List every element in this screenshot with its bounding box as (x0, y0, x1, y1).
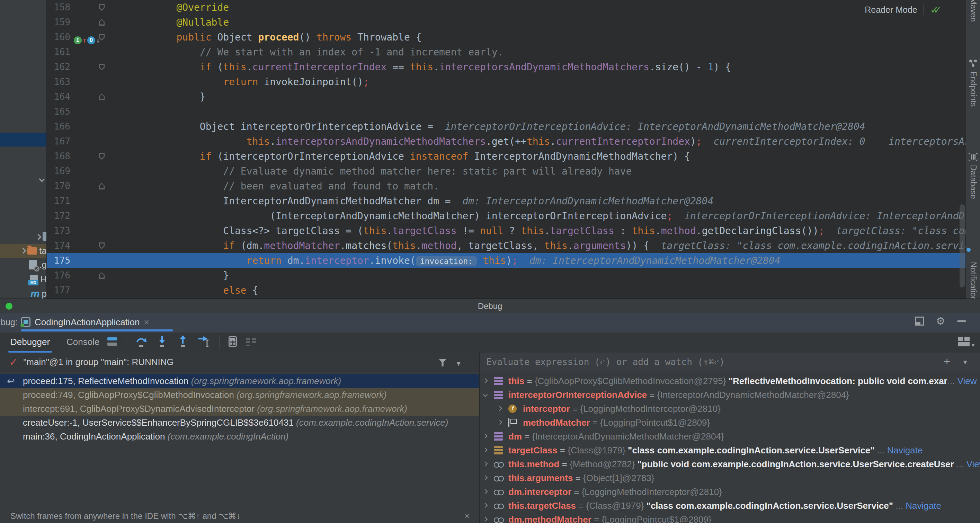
code-line[interactable]: 172 (InterceptorAndDynamicMethodMatcher)… (47, 209, 966, 223)
code-line[interactable]: 176 } (47, 268, 966, 283)
variables-pane[interactable]: Evaluate expression (⏎) or add a watch (… (480, 352, 980, 523)
code-line[interactable]: 165 (47, 104, 966, 119)
fold-marker-icon[interactable] (99, 94, 105, 100)
variable-row[interactable]: this = {CglibAopProxy$CglibMethodInvocat… (480, 374, 980, 388)
step-over-icon[interactable] (135, 335, 147, 348)
line-number[interactable]: 166 (47, 119, 70, 134)
overridden-marker-icon[interactable]: O (87, 37, 95, 44)
project-expanded-node[interactable] (0, 172, 47, 186)
code-line[interactable]: 167 this.interceptorsAndDynamicMethodMat… (47, 134, 966, 149)
line-number[interactable]: 176 (47, 268, 70, 283)
editor-scrollbar[interactable] (959, 204, 965, 287)
code-lines-container[interactable]: 158 @Override159 @Nullable160I↑O↓ public… (47, 0, 966, 298)
project-folder-target-row[interactable]: ta (0, 244, 47, 258)
variable-row[interactable]: this.targetClass = {Class@1979} "class c… (480, 499, 980, 513)
line-number[interactable]: 169 (47, 164, 70, 179)
thread-selector[interactable]: ✓ "main"@1 in group "main": RUNNING ▼ (0, 352, 480, 372)
chevron-right-icon[interactable] (497, 406, 502, 411)
fold-marker-icon[interactable] (99, 183, 105, 190)
code-line[interactable]: 163 return invokeJoinpoint(); (47, 75, 966, 89)
tab-debugger[interactable]: Debugger (10, 333, 50, 352)
reader-mode-widget[interactable]: Reader Mode ✓✓ (865, 3, 942, 17)
chevron-down-icon[interactable]: ▼ (455, 360, 461, 367)
code-line[interactable]: 171 InterceptorAndDynamicMethodMatcher d… (47, 194, 966, 209)
chevron-right-icon[interactable] (483, 378, 488, 383)
variable-row[interactable]: methodMatcher = {LoggingPointcut$1@2809} (480, 416, 980, 429)
variable-row[interactable]: targetClass = {Class@1979} "class com.ex… (480, 443, 980, 457)
fold-marker-icon[interactable] (99, 153, 105, 159)
project-folder-row[interactable] (0, 230, 47, 244)
fold-marker-icon[interactable] (99, 19, 105, 26)
minimize-icon[interactable] (957, 320, 966, 322)
code-editor[interactable]: 158 @Override159 @Nullable160I↑O↓ public… (0, 0, 980, 298)
project-pom-row[interactable]: m p (0, 287, 47, 298)
stack-frame-row[interactable]: ↩proceed:175, ReflectiveMethodInvocation… (0, 374, 480, 388)
stripe-button-notifications[interactable]: Notifications (966, 249, 980, 305)
chevron-right-icon[interactable] (483, 517, 488, 521)
fold-marker-icon[interactable] (99, 4, 105, 11)
line-number[interactable]: 168 (47, 149, 70, 164)
stack-frame-row[interactable]: intercept:691, CglibAopProxy$DynamicAdvi… (0, 402, 480, 416)
code-line[interactable]: 174 if (dm.methodMatcher.matches(this.me… (47, 238, 966, 253)
navigate-link[interactable]: Navigate (887, 445, 923, 456)
chevron-right-icon[interactable] (497, 420, 502, 425)
project-selected-row[interactable] (0, 133, 47, 147)
view-link[interactable]: View (967, 459, 980, 469)
project-gitignore-row[interactable]: .g (0, 258, 47, 271)
restore-layout-icon[interactable] (246, 337, 256, 346)
code-line[interactable]: 168 if (interceptorOrInterceptionAdvice … (47, 149, 966, 164)
filter-icon[interactable] (439, 359, 446, 367)
line-number[interactable]: 161 (47, 45, 70, 60)
variable-row[interactable]: finterceptor = {LoggingMethodInterceptor… (480, 402, 980, 416)
line-number[interactable]: 170 (47, 179, 70, 194)
fold-marker-icon[interactable] (99, 272, 105, 279)
implemented-marker-icon[interactable]: I (74, 37, 82, 44)
code-line[interactable]: 166 Object interceptorOrInterceptionAdvi… (47, 119, 966, 134)
variable-row[interactable]: dm.methodMatcher = {LoggingPointcut$1@28… (480, 513, 980, 523)
threads-view-icon[interactable] (107, 337, 117, 346)
close-icon[interactable]: × (144, 317, 149, 328)
navigate-link[interactable]: Navigate (905, 501, 941, 511)
variable-row[interactable]: interceptorOrInterceptionAdvice = {Inter… (480, 388, 980, 402)
watch-placeholder[interactable]: Evaluate expression (⏎) or add a watch (… (486, 352, 725, 371)
layout-settings-icon[interactable]: ▾ (958, 336, 970, 347)
variable-row[interactable]: this.method = {Method@2782} "public void… (480, 457, 980, 471)
chevron-right-icon[interactable] (483, 503, 488, 508)
chevron-down-icon[interactable]: ▼ (962, 359, 968, 366)
stripe-button-database[interactable]: Database (966, 152, 980, 199)
code-line[interactable]: 177 else { (47, 283, 966, 298)
line-number[interactable]: 159 (47, 15, 70, 30)
line-number[interactable]: 173 (47, 223, 70, 238)
line-number[interactable]: 165 (47, 104, 70, 119)
evaluate-expression-icon[interactable] (229, 336, 237, 347)
line-number[interactable]: 160 (47, 30, 70, 45)
chevron-right-icon[interactable] (483, 489, 488, 494)
run-to-cursor-icon[interactable] (198, 335, 210, 348)
debug-title-bar[interactable]: Debug (0, 299, 980, 313)
line-number[interactable]: 162 (47, 60, 70, 75)
step-actions[interactable] (107, 335, 256, 348)
line-number[interactable]: 164 (47, 89, 70, 104)
chevron-down-icon[interactable] (483, 392, 488, 397)
session-tab[interactable]: CodingInActionApplication × (21, 313, 149, 331)
chevron-right-icon[interactable] (36, 234, 41, 240)
close-icon[interactable]: × (465, 511, 469, 521)
view-link[interactable]: View (958, 376, 977, 386)
code-line[interactable]: 159 @Nullable (47, 15, 966, 30)
inspections-ok-icon[interactable]: ✓✓ (930, 4, 942, 16)
chevron-right-icon[interactable] (483, 475, 488, 480)
line-number[interactable]: 167 (47, 134, 70, 149)
variable-row[interactable]: this.arguments = {Object[1]@2783} (480, 471, 980, 485)
chevron-right-icon[interactable] (483, 461, 488, 466)
stack-frame-row[interactable]: main:36, CodingInActionApplication (com.… (0, 429, 480, 443)
step-out-icon[interactable] (177, 335, 189, 348)
frames-pane[interactable]: ✓ "main"@1 in group "main": RUNNING ▼ ↩p… (0, 352, 480, 523)
stripe-button-maven[interactable]: Maven (966, 0, 980, 22)
watch-input-row[interactable]: Evaluate expression (⏎) or add a watch (… (480, 352, 980, 372)
code-line[interactable]: 158 @Override (47, 0, 966, 15)
debugger-toolbar[interactable]: Debugger Console (0, 333, 980, 352)
code-line[interactable]: 161 // We start with an index of -1 and … (47, 45, 966, 60)
chevron-down-icon[interactable] (39, 176, 45, 182)
code-line[interactable]: 170 // been evaluated and found to match… (47, 179, 966, 194)
line-number[interactable]: 174 (47, 238, 70, 253)
